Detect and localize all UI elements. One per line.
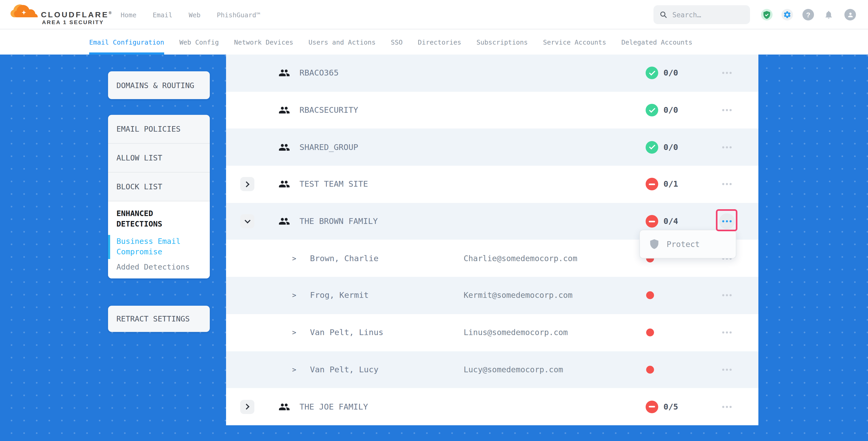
sidebar-policies-card: EMAIL POLICIES ALLOW LIST BLOCK LIST ENH… [108, 115, 210, 278]
row-menu-button[interactable] [719, 324, 735, 340]
sidebar-item-domains-routing[interactable]: DOMAINS & ROUTING [108, 71, 210, 99]
row-menu-button[interactable] [719, 65, 735, 81]
group-name[interactable]: SHARED_GROUP [300, 143, 358, 152]
status-ok-badge [646, 67, 658, 80]
tab-users-and-actions[interactable]: Users and Actions [308, 29, 375, 55]
table-row-user: > Frog, Kermit Kermit@somedemocorp.com [226, 277, 758, 314]
search-icon [660, 11, 667, 18]
nav-item-web[interactable]: Web [189, 11, 200, 19]
row-menu-button[interactable] [719, 102, 735, 118]
nav-item-phishguard[interactable]: PhishGuard™ [217, 11, 260, 19]
user-name[interactable]: Van Pelt, Linus [310, 328, 383, 337]
row-menu-button[interactable] [719, 399, 735, 414]
sidebar-item-allow-list[interactable]: ALLOW LIST [108, 144, 210, 172]
group-icon [278, 141, 290, 153]
sidebar-item-business-email-compromise[interactable]: Business Email Compromise [117, 236, 195, 257]
expand-row-button[interactable] [240, 177, 254, 191]
nav-item-home[interactable]: Home [121, 11, 136, 19]
table-row-group: RBACSECURITY 0/0 [226, 92, 758, 128]
sidebar-item-block-list[interactable]: BLOCK LIST [108, 172, 210, 201]
sidebar-item-email-policies[interactable]: EMAIL POLICIES [108, 115, 210, 144]
config-tab-bar: Email Configuration Web Config Network D… [0, 29, 868, 55]
tab-web-config[interactable]: Web Config [179, 29, 219, 55]
user-chevron-icon[interactable]: > [292, 328, 296, 336]
table-row-user: > Van Pelt, Linus Linus@somedemocorp.com [226, 314, 758, 351]
detection-count: 0/5 [663, 402, 678, 411]
row-menu-button[interactable] [719, 139, 735, 155]
sidebar-section-enhanced-detections: ENHANCED DETECTIONS Business Email Compr… [108, 201, 210, 278]
user-chevron-icon[interactable]: > [292, 255, 296, 262]
table-row-group: THE JOE FAMILY 0/5 [226, 388, 758, 425]
status-ok-badge [646, 104, 658, 117]
collapse-row-button[interactable] [240, 214, 254, 228]
tab-service-accounts[interactable]: Service Accounts [543, 29, 606, 55]
tab-sso[interactable]: SSO [391, 29, 403, 55]
detection-count: 0/0 [663, 105, 678, 115]
sidebar-item-retract-settings[interactable]: RETRACT SETTINGS [108, 306, 210, 332]
context-menu-item-protect[interactable]: Protect [666, 240, 700, 249]
page-content: DOMAINS & ROUTING EMAIL POLICIES ALLOW L… [0, 55, 868, 441]
tab-delegated-accounts[interactable]: Delegated Accounts [621, 29, 692, 55]
table-row-user: > Van Pelt, Lucy Lucy@somedemocorp.com [226, 351, 758, 388]
tab-directories[interactable]: Directories [418, 29, 461, 55]
settings-gear-icon[interactable] [781, 9, 793, 21]
table-row-group: SHARED_GROUP 0/0 [226, 129, 758, 166]
context-menu: Protect [639, 230, 736, 258]
brand-name: CLOUDFLARE® [41, 10, 112, 19]
group-icon [278, 67, 290, 79]
group-name[interactable]: THE BROWN FAMILY [300, 217, 378, 226]
user-email: Linus@somedemocorp.com [464, 328, 568, 337]
user-email: Kermit@somedemocorp.com [464, 291, 572, 300]
group-icon [278, 401, 290, 412]
status-alert-dot [646, 291, 654, 300]
status-alert-badge [646, 215, 658, 228]
status-ok-badge [646, 141, 658, 153]
search-box[interactable] [653, 5, 750, 24]
group-name[interactable]: TEST TEAM SITE [300, 180, 368, 189]
security-shield-icon[interactable] [761, 9, 773, 21]
shield-icon [650, 239, 659, 249]
expand-row-button[interactable] [240, 400, 254, 414]
user-name[interactable]: Van Pelt, Lucy [310, 365, 378, 374]
row-menu-button-active[interactable] [719, 213, 735, 229]
detection-count: 0/0 [663, 68, 678, 78]
active-item-bar [108, 235, 110, 259]
user-email: Lucy@somedemocorp.com [464, 365, 563, 374]
search-input[interactable] [672, 11, 735, 19]
area1-security-app: CLOUDFLARE® AREA 1 SECURITY Home Email W… [0, 0, 868, 441]
row-menu-button[interactable] [719, 362, 735, 378]
group-name[interactable]: THE JOE FAMILY [300, 402, 368, 411]
status-alert-dot [646, 328, 654, 336]
tab-subscriptions[interactable]: Subscriptions [476, 29, 528, 55]
group-name[interactable]: RBACSECURITY [300, 105, 358, 115]
nav-item-email[interactable]: Email [153, 11, 172, 19]
enhanced-detections-title[interactable]: ENHANCED DETECTIONS [117, 208, 185, 229]
detection-count: 0/1 [663, 180, 678, 189]
status-alert-dot [646, 366, 654, 374]
tab-network-devices[interactable]: Network Devices [234, 29, 293, 55]
tab-email-configuration[interactable]: Email Configuration [89, 29, 164, 55]
table-row-group: RBACO365 0/0 [226, 55, 758, 92]
top-navigation: Home Email Web PhishGuard™ [121, 0, 260, 29]
notifications-bell-icon[interactable] [823, 9, 834, 21]
cloudflare-cloud-logo-icon [10, 2, 38, 17]
brand-subtitle: AREA 1 SECURITY [42, 19, 104, 25]
table-row-group: TEST TEAM SITE 0/1 [226, 166, 758, 203]
row-menu-button[interactable] [719, 288, 735, 303]
account-avatar-icon[interactable] [844, 9, 856, 21]
detection-count: 0/0 [663, 143, 678, 152]
row-menu-button[interactable] [719, 177, 735, 192]
user-name[interactable]: Frog, Kermit [310, 291, 369, 300]
top-header: CLOUDFLARE® AREA 1 SECURITY Home Email W… [0, 0, 868, 29]
sidebar-item-added-detections[interactable]: Added Detections [117, 263, 202, 271]
status-alert-badge [646, 178, 658, 191]
group-icon [278, 216, 290, 227]
status-alert-badge [646, 400, 658, 413]
user-name[interactable]: Brown, Charlie [310, 254, 378, 263]
detection-count: 0/4 [663, 217, 678, 226]
group-icon [278, 179, 290, 190]
user-chevron-icon[interactable]: > [292, 366, 296, 374]
help-icon[interactable]: ? [802, 9, 814, 21]
group-name[interactable]: RBACO365 [300, 68, 339, 78]
user-chevron-icon[interactable]: > [292, 291, 296, 300]
